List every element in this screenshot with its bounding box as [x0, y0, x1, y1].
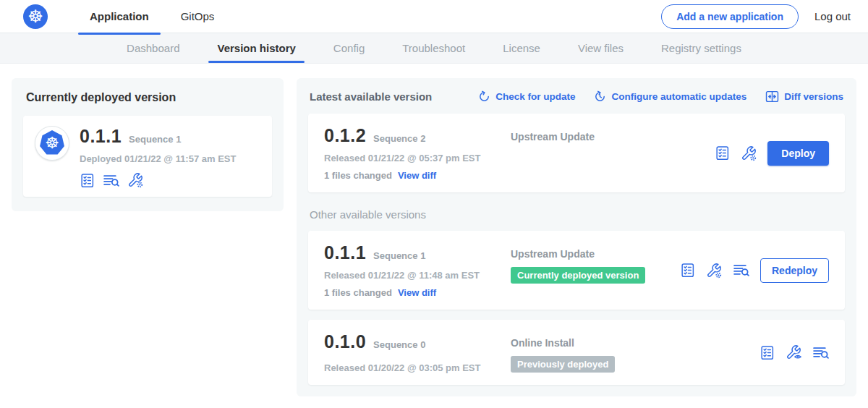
- currently-deployed-panel: Currently deployed version ☸ 0.1.1 Seque…: [12, 78, 284, 211]
- preflight-checks-icon[interactable]: [715, 145, 730, 161]
- clock-arrow-icon: [594, 90, 606, 103]
- version-number: 0.1.0: [324, 331, 366, 352]
- subnav-version-history[interactable]: Version history: [198, 33, 314, 63]
- version-number: 0.1.1: [324, 242, 366, 263]
- logout-button[interactable]: Log out: [814, 10, 851, 22]
- kubernetes-app-logo-icon: ☸: [39, 130, 65, 156]
- previously-deployed-badge: Previously deployed: [511, 356, 615, 373]
- header-tabs: Application GitOps: [74, 0, 230, 33]
- tab-gitops[interactable]: GitOps: [165, 0, 231, 33]
- diff-versions-link[interactable]: Diff versions: [765, 90, 843, 103]
- released-timestamp: Released 01/21/22 @ 11:48 am EST: [324, 270, 511, 281]
- version-card-0-1-2: 0.1.2 Sequence 2 Released 01/21/22 @ 05:…: [308, 114, 845, 192]
- config-view-icon[interactable]: [786, 344, 801, 360]
- latest-available-title: Latest available version: [310, 90, 432, 103]
- check-for-update-label: Check for update: [495, 91, 575, 102]
- deploy-logs-icon[interactable]: [733, 263, 749, 278]
- top-header: ☸ Application GitOps Add a new applicati…: [0, 0, 868, 33]
- version-card-0-1-1: 0.1.1 Sequence 1 Released 01/21/22 @ 11:…: [308, 231, 845, 310]
- subnav-dashboard[interactable]: Dashboard: [108, 33, 198, 63]
- tab-application[interactable]: Application: [74, 0, 165, 33]
- redeploy-button[interactable]: Redeploy: [760, 258, 829, 283]
- config-gear-icon[interactable]: [741, 145, 757, 161]
- currently-deployed-badge: Currently deployed version: [511, 267, 645, 284]
- subnav-config[interactable]: Config: [315, 33, 383, 63]
- version-source-label: Upstream Update: [511, 248, 680, 260]
- add-new-application-button[interactable]: Add a new application: [661, 4, 799, 29]
- view-diff-link[interactable]: View diff: [398, 170, 436, 181]
- diff-columns-icon: [765, 90, 779, 103]
- deployed-sequence-label: Sequence 1: [129, 134, 181, 145]
- version-source-label: Online Install: [511, 337, 760, 349]
- version-number: 0.1.2: [324, 125, 366, 146]
- subnav-view-files[interactable]: View files: [559, 33, 642, 63]
- preflight-checks-icon[interactable]: [680, 263, 695, 278]
- released-timestamp: Released 01/21/22 @ 05:37 pm EST: [324, 153, 511, 163]
- deploy-button[interactable]: Deploy: [767, 141, 829, 166]
- subnav-registry-settings[interactable]: Registry settings: [642, 33, 760, 63]
- app-logo: ☸: [35, 126, 69, 161]
- files-changed-label: 1 files changed: [324, 287, 392, 298]
- configure-automatic-updates-label: Configure automatic updates: [611, 91, 746, 102]
- kubernetes-helm-wheel-icon: ☸: [23, 4, 48, 29]
- deployed-panel-title: Currently deployed version: [26, 91, 269, 104]
- sequence-label: Sequence 2: [373, 133, 425, 144]
- subnav-license[interactable]: License: [484, 33, 559, 63]
- check-for-update-link[interactable]: Check for update: [478, 90, 575, 103]
- subnav-troubleshoot[interactable]: Troubleshoot: [383, 33, 484, 63]
- config-gear-icon[interactable]: [706, 263, 722, 279]
- deploy-logs-icon[interactable]: [103, 173, 119, 188]
- preflight-checks-icon[interactable]: [760, 345, 775, 360]
- other-versions-title: Other available versions: [310, 208, 843, 221]
- view-diff-link[interactable]: View diff: [398, 287, 436, 298]
- diff-versions-label: Diff versions: [784, 91, 843, 102]
- version-source-label: Upstream Update: [511, 131, 715, 143]
- config-gear-icon[interactable]: [127, 172, 143, 188]
- app-subnav: Dashboard Version history Config Trouble…: [0, 33, 868, 64]
- preflight-checks-icon[interactable]: [80, 173, 95, 188]
- deployed-version-card: ☸ 0.1.1 Sequence 1 Deployed 01/21/22 @ 1…: [23, 116, 272, 197]
- versions-panel: Latest available version Check for updat…: [297, 78, 856, 396]
- deploy-logs-icon[interactable]: [812, 345, 829, 360]
- version-card-0-1-0: 0.1.0 Sequence 0 Released 01/20/22 @ 03:…: [308, 320, 845, 385]
- files-changed-label: 1 files changed: [324, 170, 392, 181]
- deployed-version-number: 0.1.1: [80, 126, 122, 147]
- refresh-icon: [478, 90, 490, 103]
- configure-automatic-updates-link[interactable]: Configure automatic updates: [594, 90, 746, 103]
- released-timestamp: Released 01/20/22 @ 03:05 pm EST: [324, 362, 511, 373]
- sequence-label: Sequence 1: [373, 250, 425, 261]
- sequence-label: Sequence 0: [373, 339, 425, 350]
- deployed-timestamp: Deployed 01/21/22 @ 11:57 am EST: [80, 153, 236, 164]
